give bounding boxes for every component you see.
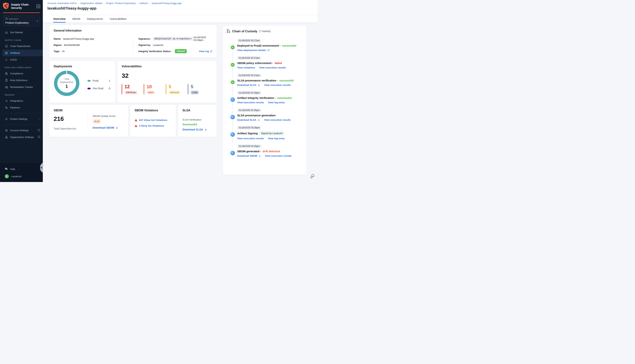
tab-bar: Overview SBOM Deployments Vulnerabilitie… [43,15,317,23]
severity-count: 5 [169,84,188,89]
info-icon [38,136,40,139]
download-slsa-link[interactable]: Download SLSA [237,84,260,86]
event-timestamp: 01/16/2025 03:27pm [237,39,261,42]
signature-value[interactable]: MEQCICde2VjIT...bL+2+mqnOXw== [152,37,194,41]
tab-sbom[interactable]: SBOM [72,15,80,22]
view-execution-results-link[interactable]: View execution results [264,84,291,86]
severity-badge: LOW [191,91,199,94]
external-link-icon [210,50,213,52]
sidebar-item-get-started[interactable]: Get Started [0,29,43,36]
scan-circle-icon [230,151,235,156]
chain-events-count: (7 events) [259,30,271,33]
sidebar-bottom: ? Help L Lavakush [0,163,43,182]
tab-overview[interactable]: Overview [53,15,66,22]
severity-badge: CRITICAL [125,91,138,94]
download-sbom-link[interactable]: Download SBOM [93,126,124,129]
sidebar-item-artifacts[interactable]: Artifacts [3,50,43,56]
legend-value: 1 [109,79,110,82]
breadcrumb-separator: › [104,2,105,4]
sbom-quality-label: SBOM Quality Score [93,115,124,118]
deny-list-violations-link[interactable]: 2 Deny list Violations [139,124,164,127]
tab-vulnerabilities[interactable]: Vulnerabilities [110,15,127,22]
card-title: Deployments [54,65,111,68]
avatar: L [5,174,9,178]
sidebar-item-help[interactable]: ? Help [0,166,43,172]
breadcrumb-current[interactable]: lavakush07/easy-buggy-app [152,2,182,4]
sidebar-item-account-settings[interactable]: Account Settings [0,127,43,134]
view-execution-results-link[interactable]: View execution results [237,101,264,104]
sidebar-item-label: Help [10,168,15,170]
sidebar-item-label: Compliance [10,72,23,75]
event-title: SBOM generated - [237,150,261,153]
timeline-event: ∞ 01/16/2025 03:27pm Deployed to Prod2 e… [227,39,303,52]
breadcrumb: Account: Automation-SSCA› Organization: … [47,2,317,4]
event-title: SLSA provenance generation [237,114,276,117]
sidebar-item-code-repositories[interactable]: Code Repositories [0,43,43,50]
sidebar-item-label: Rule Definitions [10,79,28,82]
sidebar-item-remediation-tracker[interactable]: Remediation Tracker [0,84,43,90]
sidebar-item-cicd[interactable]: ∞ CI/CD [0,56,43,63]
chevron-right-icon: › [37,19,38,22]
preprod-swatch [87,88,91,89]
tags-label: Tags: [54,50,60,53]
breadcrumb-account[interactable]: Account: Automation-SSCA [47,2,77,4]
view-log-entry-link[interactable]: View log entry [268,101,285,104]
project-name: Product Exploratory [5,21,37,24]
svg-text:?: ? [6,168,7,169]
allow-list-violations-row: 637 Allow list Violations [134,119,172,122]
sidebar-item-label: Remediation Tracker [10,86,33,88]
severity-low: 5 LOW [188,84,210,94]
general-information-card: General Information Name: lavakush07/eas… [49,25,217,58]
chevron-right-icon: › [40,118,40,120]
event-timestamp: 01/16/2025 03:26pm [237,108,261,112]
sbom-total-label: Total Dependencies [54,127,88,130]
view-execution-results-link[interactable]: View execution results [264,118,291,121]
timeline-event: 01/16/2025 03:26pm Artifact Signing Sign… [227,126,303,140]
divider [3,124,40,125]
sidebar-item-rule-definitions[interactable]: Rule Definitions [0,77,43,84]
status-badge-passed: Passed [175,49,187,53]
pipelines-icon [5,106,8,109]
cicd-infinity-icon: ∞ [5,58,8,61]
breadcrumb-organization[interactable]: Organization: default [80,2,102,4]
section-label-manage: MANAGE [0,90,43,98]
view-log-link[interactable]: View log [199,50,213,53]
download-icon [204,128,207,131]
breadcrumb-artifacts[interactable]: Artifacts [139,2,148,4]
view-violations-link[interactable]: View violations [237,66,255,69]
sidebar-item-pipelines[interactable]: Pipelines [0,104,43,111]
card-title: SBOM Violations [134,109,172,112]
app-switcher-grid-icon[interactable] [36,4,40,8]
legend-value: 0 [109,87,110,90]
view-execution-results-link[interactable]: View execution results [237,137,264,140]
sidebar-item-compliance[interactable]: Compliance [0,70,43,77]
view-execution-results-link[interactable]: View execution results [259,66,286,69]
sidebar-item-organization-settings[interactable]: Organization Settings [0,134,43,140]
code-repository-icon [5,44,8,48]
digest-label: Digest: [54,44,62,46]
event-title: Deployed to Prod2 environment - [237,44,281,47]
legend-item-preprod: Pre Prod 0 [87,87,110,90]
slsa-verification-label: SLSA Verification [182,118,213,121]
allow-list-violations-link[interactable]: 637 Allow list Violations [139,119,167,122]
card-title: SBOM [54,109,124,112]
event-title: SLSA provenance verification - [237,79,278,82]
tab-deployments[interactable]: Deployments [87,15,103,22]
download-slsa-link[interactable]: Download SLSA [237,118,260,121]
pipeline-hexagon-icon: ∞ [230,62,235,67]
chat-widget-button[interactable] [310,174,315,180]
project-selector[interactable]: PROJECT Product Exploratory › [3,16,40,26]
view-execution-results-link[interactable]: View execution results [265,154,292,157]
breadcrumb-project[interactable]: Project: Product Exploratory [106,2,136,4]
prod-swatch [87,80,91,82]
view-deployment-details-link[interactable]: View deployment details [237,49,270,52]
breadcrumb-separator: › [150,2,150,4]
scan-circle-icon [230,97,235,102]
download-slsa-link[interactable]: Download SLSA [182,128,213,131]
view-log-entry-link[interactable]: View log entry [268,137,285,140]
download-sbom-link[interactable]: Download SBOM [237,154,261,157]
sbom-total: 216 [54,116,88,122]
sidebar-item-user[interactable]: L Lavakush [0,172,43,180]
sidebar-item-integrations[interactable]: Integrations [0,98,43,104]
sidebar-item-project-settings[interactable]: Project Settings › [0,116,43,122]
